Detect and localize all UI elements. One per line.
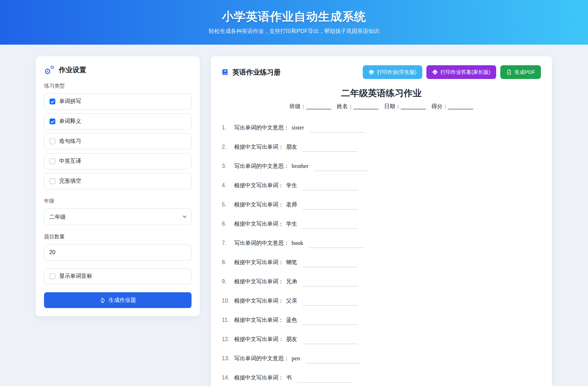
question-row: 4. 根据中文写出单词：学生	[222, 181, 541, 190]
answer-blank	[303, 190, 358, 190]
exercise-type-label-text: 中英互译	[59, 158, 81, 165]
file-pdf-icon	[506, 69, 512, 75]
question-prompt: 根据中文写出单词：	[234, 202, 284, 207]
checkbox[interactable]	[50, 158, 55, 164]
answer-blank	[309, 248, 364, 248]
question-number: 8.	[222, 258, 231, 267]
question-prompt: 根据中文写出单词：	[234, 221, 284, 227]
question-word: 蓝色	[286, 317, 297, 323]
exercise-type-label: 练习类型	[44, 83, 192, 89]
question-word: book	[292, 240, 303, 246]
print-student-label: 打印作业(学生版)	[377, 69, 416, 76]
printer-icon	[432, 69, 438, 75]
question-text: 根据中文写出单词：学生	[234, 219, 297, 228]
phonetic-checkbox[interactable]	[50, 273, 55, 279]
question-text: 根据中文写出单词：学生	[234, 181, 297, 190]
generate-pdf-button[interactable]: 生成PDF	[500, 65, 541, 79]
question-text: 根据中文写出单词：兄弟	[234, 277, 297, 286]
question-word: 学生	[286, 221, 297, 227]
print-student-button[interactable]: 打印作业(学生版)	[363, 65, 422, 79]
exercise-type-option[interactable]: 完形填空	[44, 173, 192, 189]
exercise-type-label-text: 造句练习	[59, 138, 81, 145]
generate-button-label: 生成作业题	[109, 297, 136, 304]
question-prompt: 根据中文写出单词：	[234, 298, 284, 304]
checkbox[interactable]	[50, 99, 55, 104]
question-word: 钢笔	[286, 259, 297, 265]
worksheet-title: 二年级英语练习作业	[222, 87, 541, 99]
question-number: 4.	[222, 181, 231, 190]
exercise-type-option[interactable]: 单词释义	[44, 113, 192, 129]
question-number: 5.	[222, 200, 231, 209]
answer-blank	[306, 363, 361, 363]
exercise-type-option[interactable]: 中英互译	[44, 153, 192, 169]
exercise-type-option[interactable]: 单词拼写	[44, 93, 192, 110]
checkbox[interactable]	[50, 138, 55, 144]
question-text: 写出单词的中文意思：brother	[234, 162, 308, 171]
question-row: 9. 根据中文写出单词：兄弟	[222, 277, 541, 286]
phonetic-label: 显示单词音标	[59, 273, 92, 280]
worksheet-info-line: 班级：________ 姓名：________ 日期：________ 得分：_…	[222, 103, 541, 110]
question-text: 根据中文写出单词：朋友	[234, 143, 297, 151]
answer-blank	[303, 209, 358, 209]
question-prompt: 根据中文写出单词：	[234, 279, 284, 284]
question-number: 14.	[222, 373, 231, 382]
generate-button[interactable]: 生成作业题	[44, 292, 192, 308]
question-number: 7.	[222, 239, 231, 248]
question-number: 2.	[222, 143, 231, 151]
sync-icon	[100, 297, 106, 303]
grade-select[interactable]: 二年级	[44, 208, 192, 225]
question-word: brother	[292, 163, 308, 169]
question-row: 14. 根据中文写出单词：书	[222, 373, 541, 382]
question-row: 6. 根据中文写出单词：学生	[222, 219, 541, 228]
question-text: 写出单词的中文意思：pen	[234, 354, 300, 363]
question-number: 10.	[222, 296, 231, 305]
question-number: 1.	[222, 123, 231, 132]
exercise-type-label-text: 单词释义	[59, 118, 81, 125]
answer-blank	[314, 171, 369, 171]
question-row: 11. 根据中文写出单词：蓝色	[222, 316, 541, 325]
question-text: 根据中文写出单词：蓝色	[234, 316, 297, 325]
question-number: 9.	[222, 277, 231, 286]
question-word: 朋友	[286, 144, 297, 150]
answer-blank	[303, 325, 358, 325]
workbook-title: 英语作业练习册	[232, 68, 281, 77]
question-text: 写出单词的中文意思：book	[234, 239, 303, 248]
exercise-type-label-text: 单词拼写	[59, 98, 81, 105]
exercise-type-label-text: 完形填空	[59, 178, 81, 185]
print-answers-label: 打印作业答案(家长版)	[440, 69, 490, 76]
question-number: 6.	[222, 219, 231, 228]
question-row: 7. 写出单词的中文意思：book	[222, 239, 541, 248]
answer-blank	[303, 267, 358, 267]
checkbox[interactable]	[50, 118, 55, 124]
question-prompt: 写出单词的中文意思：	[234, 240, 289, 246]
question-count-input[interactable]	[44, 244, 192, 261]
grade-label: 年级	[44, 198, 192, 204]
question-number: 11.	[222, 316, 231, 325]
generate-pdf-label: 生成PDF	[514, 69, 535, 76]
answer-blank	[303, 151, 358, 152]
question-word: sister	[292, 124, 304, 131]
question-number: 13.	[222, 354, 231, 363]
question-word: pen	[292, 355, 300, 362]
answer-blank	[303, 344, 358, 344]
question-prompt: 根据中文写出单词：	[234, 259, 284, 265]
print-answers-button[interactable]: 打印作业答案(家长版)	[426, 65, 496, 79]
exercise-type-option[interactable]: 造句练习	[44, 133, 192, 149]
question-prompt: 根据中文写出单词：	[234, 144, 284, 150]
question-row: 1. 写出单词的中文意思：sister	[222, 123, 541, 132]
question-word: 兄弟	[286, 279, 297, 284]
question-list: 1. 写出单词的中文意思：sister 2. 根据中文写出单词：朋友 3. 写出…	[222, 123, 541, 382]
answer-blank	[309, 132, 364, 133]
checkbox[interactable]	[50, 178, 55, 184]
question-number: 12.	[222, 335, 231, 344]
question-prompt: 写出单词的中文意思：	[234, 125, 289, 130]
count-label: 题目数量	[44, 234, 192, 240]
question-row: 8. 根据中文写出单词：钢笔	[222, 258, 541, 267]
app-title: 小学英语作业自动生成系统	[0, 0, 588, 25]
phonetic-option[interactable]: 显示单词音标	[44, 268, 192, 284]
book-icon	[222, 69, 229, 76]
question-number: 3.	[222, 162, 231, 171]
question-prompt: 根据中文写出单词：	[234, 182, 284, 188]
question-prompt: 根据中文写出单词：	[234, 317, 284, 323]
app-header: 小学英语作业自动生成系统 轻松生成各种英语作业，支持打印和PDF导出，帮助孩子巩…	[0, 0, 588, 45]
